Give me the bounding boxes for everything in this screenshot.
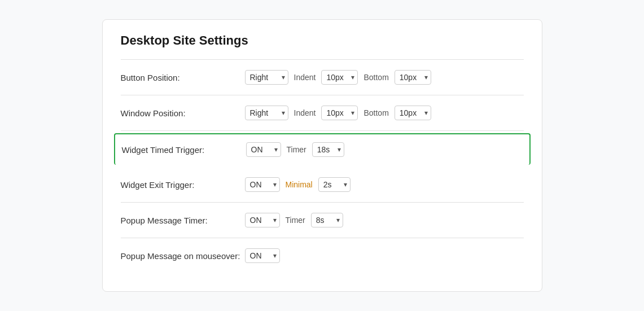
inline-label-timer: Timer [286, 216, 305, 225]
select-wrapper-wet-timer-select: 1s2s3s5s10s [318, 177, 351, 192]
wet-timer-select[interactable]: 1s2s3s5s10s [318, 177, 351, 192]
select-wrapper-pmm-select: ONOFF [245, 248, 280, 263]
setting-row-popup-message-timer: Popup Message Timer:ONOFFTimer5s8s10s15s… [121, 203, 524, 238]
select-wrapper-wet-select: ONOFF [245, 177, 280, 192]
label-button-position: Button Position: [121, 73, 245, 82]
inline-label-indent: Indent [294, 73, 316, 82]
setting-row-widget-timed-trigger: Widget Timed Trigger:ONOFFTimer5s10s15s1… [121, 131, 524, 167]
setting-row-button-position: Button Position:RightLeftCenterIndent10p… [121, 60, 524, 95]
select-wrapper-pmt-select: ONOFF [245, 213, 280, 227]
wet-select[interactable]: ONOFF [245, 177, 280, 192]
page-title: Desktop Site Settings [121, 33, 524, 48]
label-widget-timed-trigger: Widget Timed Trigger: [122, 145, 246, 155]
pmm-select[interactable]: ONOFF [245, 248, 280, 263]
inline-label-indent: Indent [294, 108, 316, 117]
select-wrapper-win-pos-select: RightLeftCenter [245, 106, 288, 120]
inline-label-bottom: Bottom [363, 73, 388, 82]
wtt-select[interactable]: ONOFF [246, 142, 281, 157]
select-wrapper-btn-pos-select: RightLeftCenter [245, 70, 288, 85]
select-wrapper-win-bottom-select: 10px20px30px40px50px [395, 106, 431, 120]
setting-row-widget-exit-trigger: Widget Exit Trigger:ONOFFMinimal1s2s3s5s… [121, 167, 524, 203]
btn-pos-select[interactable]: RightLeftCenter [245, 70, 288, 85]
setting-row-window-position: Window Position:RightLeftCenterIndent10p… [121, 95, 524, 131]
wtt-timer-select[interactable]: 5s10s15s18s20s30s [312, 142, 344, 157]
select-wrapper-wtt-timer-select: 5s10s15s18s20s30s [312, 142, 344, 157]
settings-panel: Desktop Site Settings Button Position:Ri… [102, 19, 542, 292]
win-bottom-select[interactable]: 10px20px30px40px50px [395, 106, 431, 120]
select-wrapper-win-indent-select: 10px20px30px40px50px [321, 106, 358, 120]
select-wrapper-wtt-select: ONOFF [246, 142, 281, 157]
controls-widget-timed-trigger: ONOFFTimer5s10s15s18s20s30s [246, 142, 344, 157]
label-window-position: Window Position: [121, 108, 245, 118]
settings-rows: Button Position:RightLeftCenterIndent10p… [121, 60, 524, 273]
inline-label-timer: Timer [287, 145, 306, 154]
btn-bottom-select[interactable]: 10px20px30px40px50px [395, 70, 431, 85]
controls-popup-message-mouseover: ONOFF [245, 248, 280, 263]
controls-popup-message-timer: ONOFFTimer5s8s10s15s20s [245, 213, 343, 227]
label-popup-message-mouseover: Popup Message on mouseover: [121, 251, 245, 261]
setting-row-popup-message-mouseover: Popup Message on mouseover:ONOFF [121, 238, 524, 273]
label-popup-message-timer: Popup Message Timer: [121, 216, 245, 225]
inline-label-orange-minimal: Minimal [286, 180, 313, 189]
pmt-select[interactable]: ONOFF [245, 213, 280, 227]
controls-window-position: RightLeftCenterIndent10px20px30px40px50p… [245, 106, 431, 120]
win-indent-select[interactable]: 10px20px30px40px50px [321, 106, 358, 120]
select-wrapper-btn-indent-select: 10px20px30px40px50px [321, 70, 358, 85]
label-widget-exit-trigger: Widget Exit Trigger: [121, 180, 245, 190]
controls-widget-exit-trigger: ONOFFMinimal1s2s3s5s10s [245, 177, 351, 192]
win-pos-select[interactable]: RightLeftCenter [245, 106, 288, 120]
pmt-timer-select[interactable]: 5s8s10s15s20s [311, 213, 343, 227]
btn-indent-select[interactable]: 10px20px30px40px50px [321, 70, 358, 85]
select-wrapper-pmt-timer-select: 5s8s10s15s20s [311, 213, 343, 227]
inline-label-bottom: Bottom [363, 108, 388, 117]
select-wrapper-btn-bottom-select: 10px20px30px40px50px [395, 70, 431, 85]
controls-button-position: RightLeftCenterIndent10px20px30px40px50p… [245, 70, 431, 85]
